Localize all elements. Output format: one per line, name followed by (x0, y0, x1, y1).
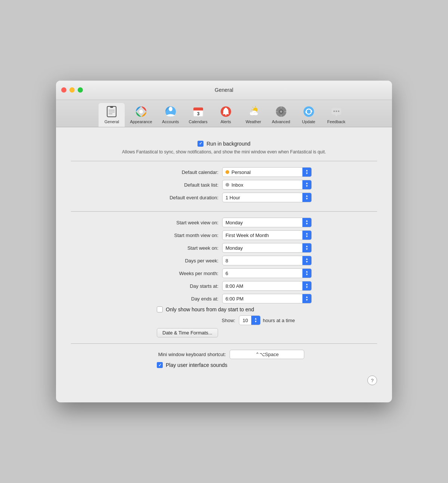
default-task-list-label: Default task list: (136, 182, 218, 188)
only-show-row: Only show hours from day start to end (157, 306, 377, 312)
tab-advanced[interactable]: Advanced (268, 103, 294, 127)
content-area: Run in background Allows Fantastical to … (56, 127, 392, 403)
start-week-view-row: Start week view on: Monday ▲ ▼ (71, 218, 377, 227)
tab-general[interactable]: General (99, 103, 125, 127)
alerts-icon (219, 105, 233, 119)
calendar-dot (225, 170, 229, 174)
start-week-view-arrows: ▲ ▼ (302, 218, 311, 227)
weather-icon (246, 105, 261, 119)
svg-point-37 (338, 110, 339, 112)
svg-point-35 (333, 110, 335, 112)
start-week-select[interactable]: Monday ▲ ▼ (222, 243, 312, 253)
window-controls (61, 87, 83, 93)
day-starts-row: Day starts at: 8:00 AM ▲ ▼ (71, 281, 377, 291)
run-in-background-checkbox[interactable] (197, 141, 203, 147)
svg-point-36 (336, 110, 337, 112)
help-btn-container: ? (71, 372, 377, 385)
default-calendar-select[interactable]: Personal ▲ ▼ (222, 167, 312, 177)
svg-point-26 (280, 110, 282, 113)
hours-control: 10 ▲ ▼ hours at a time (239, 315, 295, 325)
tab-feedback[interactable]: Feedback (323, 103, 349, 127)
svg-rect-14 (225, 114, 227, 115)
day-ends-select[interactable]: 6:00 PM ▲ ▼ (222, 294, 312, 303)
task-dot (225, 183, 229, 187)
section-background: Run in background Allows Fantastical to … (71, 135, 377, 161)
tab-alerts[interactable]: Alerts (213, 103, 239, 127)
default-task-list-row: Default task list: Inbox ▲ ▼ (71, 180, 377, 190)
tab-accounts[interactable]: Accounts (158, 103, 184, 127)
start-month-view-select[interactable]: First Week of Month ▲ ▼ (222, 230, 312, 240)
days-per-week-row: Days per week: 8 ▲ ▼ (71, 256, 377, 265)
start-week-view-label: Start week view on: (136, 220, 218, 225)
general-icon (105, 105, 119, 119)
svg-rect-23 (250, 113, 257, 115)
show-hours-row: Show: 10 ▲ ▼ hours at a time (71, 315, 377, 325)
day-ends-arrows: ▲ ▼ (302, 294, 311, 303)
tab-weather[interactable]: Weather (240, 103, 267, 127)
svg-rect-1 (110, 106, 113, 108)
default-event-duration-arrows: ▲ ▼ (302, 193, 311, 202)
weeks-per-month-row: Weeks per month: 6 ▲ ▼ (71, 268, 377, 278)
section-defaults: Default calendar: Personal ▲ ▼ Default t… (71, 161, 377, 211)
play-sound-checkbox[interactable] (157, 362, 163, 368)
weeks-per-month-value: 6 (223, 271, 302, 276)
day-starts-arrows: ▲ ▼ (302, 281, 311, 291)
start-month-view-label: Start month view on: (136, 233, 218, 238)
hours-suffix: hours at a time (263, 318, 295, 323)
hours-stepper[interactable]: 10 ▲ ▼ (239, 315, 261, 325)
default-event-duration-label: Default event duration: (136, 195, 218, 200)
tab-accounts-label: Accounts (162, 119, 179, 124)
tab-alerts-label: Alerts (221, 119, 231, 124)
tab-general-label: General (105, 119, 119, 124)
only-show-checkbox[interactable] (157, 306, 163, 312)
tab-appearance[interactable]: Appearance (126, 103, 156, 127)
start-week-row: Start week on: Monday ▲ ▼ (71, 243, 377, 253)
start-month-view-value: First Week of Month (223, 233, 302, 238)
day-starts-select[interactable]: 8:00 AM ▲ ▼ (222, 281, 312, 291)
close-button[interactable] (61, 87, 66, 93)
start-week-value: Monday (223, 245, 302, 251)
start-week-view-value: Monday (223, 220, 302, 225)
svg-rect-27 (281, 106, 281, 108)
svg-rect-30 (284, 111, 286, 112)
show-label: Show: (153, 318, 235, 323)
maximize-button[interactable] (78, 87, 83, 93)
shortcut-display[interactable]: ⌃⌥Space (230, 350, 304, 359)
shortcut-row: Mini window keyboard shortcut: ⌃⌥Space (71, 350, 377, 359)
only-show-label: Only show hours from day start to end (166, 306, 254, 312)
minimize-button[interactable] (69, 87, 75, 93)
tab-calendars[interactable]: 3 Calendars (185, 103, 211, 127)
advanced-icon (274, 105, 288, 119)
day-ends-label: Day ends at: (136, 296, 218, 302)
default-calendar-row: Default calendar: Personal ▲ ▼ (71, 167, 377, 177)
start-month-view-arrows: ▲ ▼ (302, 230, 311, 240)
run-in-background-desc: Allows Fantastical to sync, show notific… (71, 149, 377, 155)
days-per-week-value: 8 (223, 258, 302, 264)
datetime-formats-button[interactable]: Date & Time Formats... (157, 328, 218, 337)
svg-rect-11 (193, 109, 203, 110)
days-per-week-select[interactable]: 8 ▲ ▼ (222, 256, 312, 265)
titlebar: General (56, 81, 392, 100)
svg-rect-0 (107, 106, 116, 117)
svg-line-19 (252, 107, 253, 107)
window-title: General (215, 87, 233, 93)
weeks-per-month-select[interactable]: 6 ▲ ▼ (222, 268, 312, 278)
default-event-duration-row: Default event duration: 1 Hour ▲ ▼ (71, 193, 377, 202)
tab-update[interactable]: Update (296, 103, 322, 127)
play-sound-label: Play user interface sounds (166, 362, 227, 368)
default-event-duration-value: 1 Hour (223, 195, 302, 200)
update-icon (302, 105, 316, 119)
days-per-week-label: Days per week: (136, 258, 218, 264)
weeks-per-month-label: Weeks per month: (136, 271, 218, 276)
default-task-list-select[interactable]: Inbox ▲ ▼ (222, 180, 312, 190)
svg-point-6 (139, 110, 143, 113)
help-button[interactable]: ? (367, 376, 377, 385)
feedback-icon (329, 105, 343, 119)
default-event-duration-select[interactable]: 1 Hour ▲ ▼ (222, 193, 312, 202)
calendars-icon: 3 (191, 105, 205, 119)
tab-weather-label: Weather (246, 119, 261, 124)
start-week-view-select[interactable]: Monday ▲ ▼ (222, 218, 312, 227)
accounts-icon (164, 105, 178, 119)
start-month-view-row: Start month view on: First Week of Month… (71, 230, 377, 240)
default-calendar-arrows: ▲ ▼ (302, 167, 311, 177)
